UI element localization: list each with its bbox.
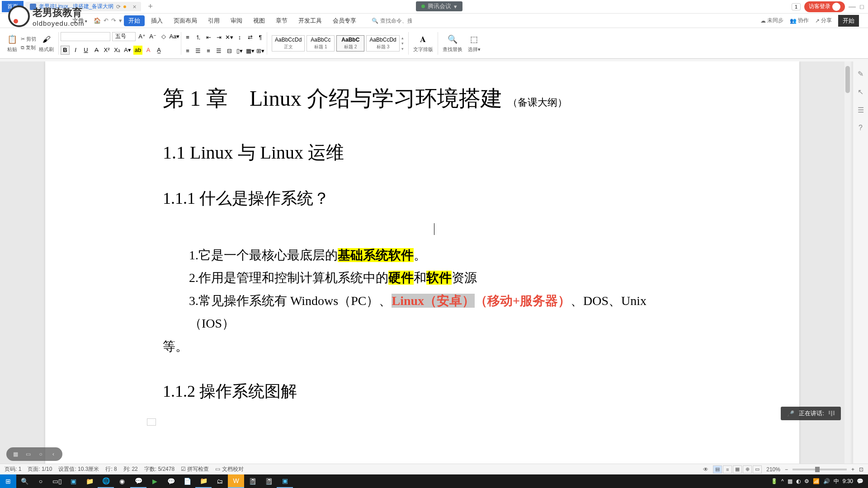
eye-icon[interactable]: 👁 [703, 466, 708, 473]
search-input[interactable] [380, 18, 412, 24]
app-icon-8[interactable]: 📄 [179, 474, 195, 488]
ribbon-tab-view[interactable]: 视图 [249, 15, 269, 26]
status-set-value[interactable]: 设置值: 10.3厘米 [58, 465, 99, 473]
taskview-icon[interactable]: ▭▯ [49, 474, 65, 488]
zoom-out-icon[interactable]: − [785, 466, 788, 473]
start-button[interactable]: 开始 [838, 15, 859, 27]
grid-icon[interactable]: ▦ [11, 450, 20, 459]
redo-icon[interactable]: ↷ [111, 17, 116, 24]
window-count[interactable]: 1 [792, 3, 801, 10]
meeting-widget[interactable]: 腾讯会议 ▾ [416, 1, 462, 11]
page[interactable]: 第 1 章 Linux 介绍与学习环境搭建 （备课大纲） 1.1 Linux 与… [45, 61, 799, 468]
ribbon-tab-reference[interactable]: 引用 [203, 15, 224, 26]
align-justify-icon[interactable]: ☰ [214, 47, 223, 56]
undo-icon[interactable]: ↶ [104, 17, 108, 24]
change-case-icon[interactable]: Aa▾ [170, 32, 179, 41]
notification-icon[interactable]: 💬 [857, 478, 863, 484]
fit-width-icon[interactable]: ⊡ [859, 466, 863, 473]
align-left-icon[interactable]: ≡ [183, 47, 192, 56]
column-icon[interactable]: ▯▾ [235, 47, 244, 56]
decrease-font-icon[interactable]: A⁻ [148, 32, 157, 41]
style-up-icon[interactable]: ▴ [401, 36, 404, 40]
select-button[interactable]: ⬚ 选择▾ [465, 33, 483, 53]
shading-icon[interactable]: ▦▾ [245, 47, 255, 56]
text-layout-button[interactable]: 𝐀 文字排版 [410, 33, 436, 53]
strike-button[interactable]: A̶ [92, 46, 101, 55]
view-read-icon[interactable]: ⊕ [743, 465, 752, 474]
format-painter-button[interactable]: 🖌 格式刷 [36, 33, 57, 53]
ribbon-tab-review[interactable]: 审阅 [226, 15, 247, 26]
highlight-button[interactable]: ab [133, 46, 142, 55]
search-taskbar-icon[interactable]: 🔍 [16, 474, 33, 488]
line-spacing-icon[interactable]: ↕ [235, 33, 244, 42]
number-list-icon[interactable]: ⒈ [193, 33, 203, 42]
show-marks-icon[interactable]: ¶ [256, 33, 265, 42]
subscript-button[interactable]: X₂ [113, 46, 122, 55]
app-icon-10[interactable]: 🗂 [212, 474, 228, 488]
bullet-list-icon[interactable]: ≡ [183, 33, 192, 42]
ribbon-tab-insert[interactable]: 插入 [146, 15, 167, 26]
style-normal[interactable]: AaBbCcDd正文 [272, 35, 305, 52]
view-outline-icon[interactable]: ≡ [723, 465, 732, 474]
style-h3[interactable]: AaBbCcDd标题 3 [366, 35, 399, 52]
zoom-in-icon[interactable]: + [851, 466, 854, 473]
indent-left-icon[interactable]: ⇤ [204, 33, 213, 42]
ribbon-tab-layout[interactable]: 页面布局 [169, 15, 202, 26]
char-border-button[interactable]: A̲ [154, 46, 163, 55]
app-icon-6[interactable]: ▶ [146, 474, 163, 488]
style-down-icon[interactable]: ▾ [401, 41, 404, 46]
clear-format-icon[interactable]: ◇ [159, 32, 168, 41]
app-icon-wps[interactable]: W [228, 474, 244, 488]
align-center-icon[interactable]: ☰ [193, 47, 203, 56]
app-icon-chrome[interactable]: 🌐 [98, 474, 114, 488]
share-button[interactable]: ↗分享 [815, 17, 832, 24]
ribbon-tab-chapter[interactable]: 章节 [271, 15, 292, 26]
collab-button[interactable]: 👥协作 [790, 17, 809, 24]
home-icon[interactable]: 🏠 [94, 17, 101, 24]
app-icon-1[interactable]: ▣ [65, 474, 81, 488]
settings-icon[interactable]: ☰ [856, 105, 866, 115]
style-h2[interactable]: AaBbC标题 2 [336, 35, 364, 52]
view-web-icon[interactable]: ▦ [733, 465, 742, 474]
zoom-slider[interactable] [793, 469, 847, 470]
sort-icon[interactable]: ✕▾ [225, 33, 234, 42]
spell-check-toggle[interactable]: ☑ 拼写检查 [181, 465, 209, 473]
view-page-icon[interactable]: ▤ [713, 465, 722, 474]
copy-button[interactable]: ⧉复制 [21, 44, 36, 51]
cortana-icon[interactable]: ○ [33, 474, 49, 488]
app-icon-14[interactable]: ▣ [277, 474, 293, 488]
status-page-no[interactable]: 页码: 1 [5, 465, 21, 473]
font-family-select[interactable] [61, 32, 110, 41]
app-icon-5[interactable]: 💬 [130, 474, 146, 488]
tray-icon-3[interactable]: ⚙ [804, 478, 809, 484]
ribbon-tab-dev[interactable]: 开发工具 [294, 15, 326, 26]
view-focus-icon[interactable]: ▭ [753, 465, 762, 474]
tray-icon-2[interactable]: ◐ [796, 478, 801, 484]
underline-button[interactable]: U [81, 46, 90, 55]
maximize-icon[interactable]: ◻ [859, 3, 864, 10]
tray-icon-1[interactable]: ▦ [788, 478, 793, 484]
ime-icon[interactable]: 中 [834, 478, 839, 485]
sync-status[interactable]: ☁未同步 [760, 17, 783, 24]
volume-icon[interactable]: 🔊 [823, 478, 830, 484]
clock[interactable]: 9:30 [843, 478, 853, 484]
indent-right-icon[interactable]: ⇥ [214, 33, 223, 42]
app-icon-12[interactable]: 📓 [244, 474, 260, 488]
style-h1[interactable]: AaBbCc标题 1 [307, 35, 335, 52]
scrollbar[interactable] [844, 61, 851, 472]
minimize-icon[interactable]: — [849, 3, 856, 11]
style-gallery[interactable]: AaBbCcDd正文 AaBbCc标题 1 AaBbC标题 2 AaBbCcDd… [269, 35, 406, 52]
status-page-count[interactable]: 页面: 1/10 [28, 465, 52, 473]
chevron-down-icon[interactable]: ▾ [119, 17, 122, 24]
font-effect-button[interactable]: A▾ [123, 46, 132, 55]
ribbon-tab-member[interactable]: 会员专享 [328, 15, 361, 26]
app-icon-2[interactable]: 📁 [81, 474, 98, 488]
tab-icon[interactable]: ⇄ [245, 33, 255, 42]
superscript-button[interactable]: X² [102, 46, 111, 55]
italic-button[interactable]: I [71, 46, 80, 55]
app-icon-7[interactable]: 💬 [163, 474, 179, 488]
battery-icon[interactable]: 🔋 [771, 478, 778, 484]
increase-font-icon[interactable]: A⁺ [137, 32, 146, 41]
cut-button[interactable]: ✂剪切 [21, 36, 36, 42]
cursor-select-icon[interactable]: ↖ [856, 87, 866, 97]
